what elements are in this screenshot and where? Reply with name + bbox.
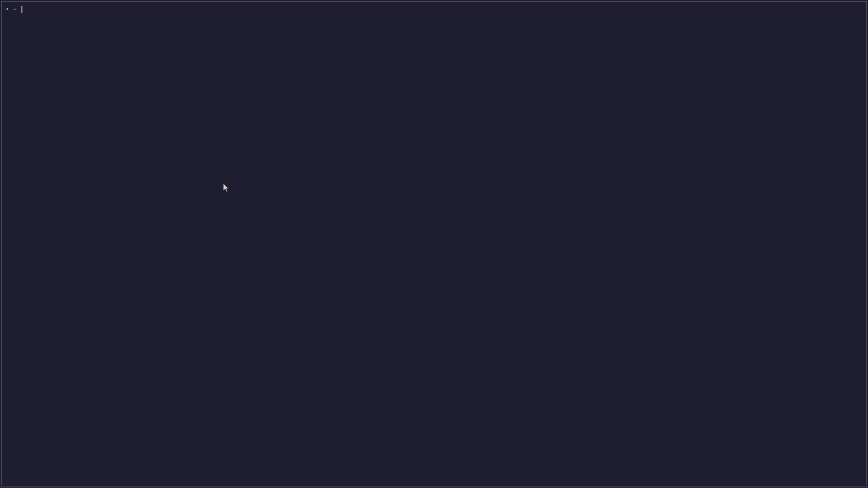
text-cursor — [21, 6, 22, 13]
prompt-cwd: ~ — [13, 6, 17, 14]
taskbar-strip — [0, 486, 868, 488]
prompt-line[interactable]: ➜ ~ — [5, 6, 863, 14]
terminal-window[interactable]: ➜ ~ — [1, 1, 867, 485]
arrow-right-icon: ➜ — [5, 6, 9, 14]
